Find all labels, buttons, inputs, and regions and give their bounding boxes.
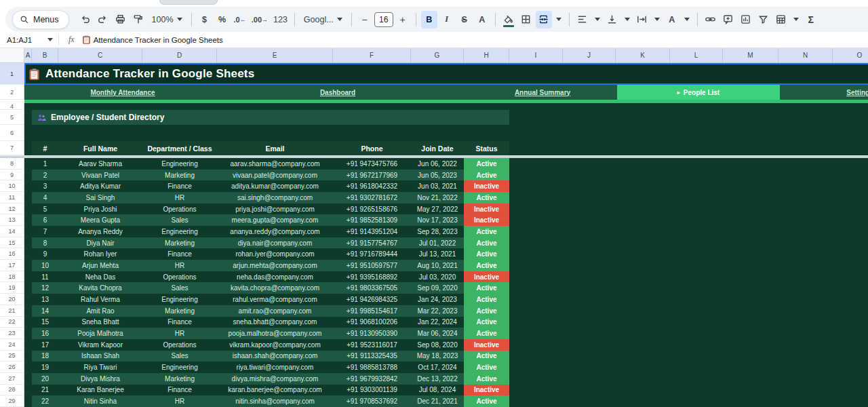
row-header-2[interactable]: 2 [0, 85, 24, 100]
table-cell[interactable]: Aug 10, 2021 [411, 260, 464, 271]
table-cell[interactable]: Divya Mishra [58, 373, 142, 385]
table-cell[interactable]: Arjun Mehta [58, 260, 142, 271]
table-cell[interactable]: Sep 08, 2020 [411, 339, 464, 351]
row-header-7[interactable]: 7 [0, 141, 24, 155]
table-cell[interactable]: aarav.sharma@company.com [217, 158, 333, 170]
merge-cells-button[interactable] [536, 11, 552, 28]
table-cell[interactable]: +91 9510597577 [333, 260, 411, 271]
column-header-J[interactable]: J [563, 48, 616, 63]
row-header-19[interactable]: 19 [0, 282, 24, 294]
column-header-L[interactable]: L [670, 48, 723, 63]
column-header-O[interactable]: O [833, 48, 868, 63]
table-cell[interactable]: 8 [32, 237, 58, 249]
table-cell[interactable]: aditya.kumar@company.com [217, 180, 333, 192]
table-cell[interactable]: rahul.verma@company.com [217, 294, 333, 305]
table-cell[interactable]: Aditya Kumar [58, 180, 142, 192]
table-cell[interactable]: kavita.chopra@company.com [217, 282, 333, 294]
status-badge[interactable]: Active [464, 226, 509, 237]
table-cell[interactable]: Riya Tiwari [58, 362, 142, 373]
table-cell[interactable]: Mar 06, 2024 [411, 328, 464, 339]
table-cell[interactable]: Marketing [142, 305, 217, 317]
column-header-H[interactable]: H [464, 48, 509, 63]
table-cell[interactable]: +91 9265158676 [333, 204, 411, 215]
table-cell[interactable]: Amit Rao [58, 305, 142, 317]
table-cell[interactable]: 22 [32, 395, 58, 407]
table-cell[interactable]: +91 9708537692 [333, 395, 411, 407]
status-badge[interactable]: Inactive [464, 385, 509, 396]
status-badge[interactable]: Active [464, 248, 509, 260]
row-header-21[interactable]: 21 [0, 305, 24, 317]
more-formats-button[interactable]: 123 [271, 11, 290, 28]
row-header-26[interactable]: 26 [0, 362, 24, 373]
table-cell[interactable]: +91 9803367505 [333, 282, 411, 294]
table-cell[interactable]: Karan Banerjee [58, 385, 142, 396]
table-header-join-date[interactable]: Join Date [411, 141, 464, 155]
table-cell[interactable]: Engineering [142, 294, 217, 305]
table-cell[interactable]: 2 [32, 170, 58, 181]
table-cell[interactable]: divya.mishra@company.com [217, 373, 333, 385]
sheet-title-cell[interactable]: Attendance Tracker in Google Sheets [24, 63, 868, 85]
row-header-4[interactable]: 4 [0, 103, 24, 110]
table-cell[interactable]: +91 9303001139 [333, 385, 411, 396]
row-header-11[interactable]: 11 [0, 192, 24, 204]
nav-tab-settings[interactable]: Settings [846, 85, 868, 100]
table-cell[interactable]: +91 9113325435 [333, 351, 411, 362]
row-header-23[interactable]: 23 [0, 328, 24, 339]
status-badge[interactable]: Active [464, 305, 509, 317]
row-header-6[interactable]: 6 [0, 125, 24, 141]
table-cell[interactable]: Pooja Malhotra [58, 328, 142, 339]
table-cell[interactable]: Marketing [142, 170, 217, 181]
table-cell[interactable]: 12 [32, 282, 58, 294]
table-cell[interactable]: Sales [142, 351, 217, 362]
status-badge[interactable]: Active [464, 351, 509, 362]
table-cell[interactable]: +91 9130950390 [333, 328, 411, 339]
table-header-email[interactable]: Email [217, 141, 333, 155]
table-cell[interactable]: Operations [142, 271, 217, 283]
table-cell[interactable]: 4 [32, 192, 58, 204]
table-cell[interactable]: +91 9426984325 [333, 294, 411, 305]
table-cell[interactable]: Neha Das [58, 271, 142, 283]
column-header-B[interactable]: B [32, 48, 58, 63]
table-cell[interactable]: +91 9523116017 [333, 339, 411, 351]
table-cell[interactable]: Engineering [142, 226, 217, 237]
status-badge[interactable]: Active [464, 237, 509, 249]
increase-decimal-button[interactable]: .00→ [250, 11, 270, 28]
table-cell[interactable]: neha.das@company.com [217, 271, 333, 283]
table-header-status[interactable]: Status [464, 141, 509, 155]
table-cell[interactable]: Sep 09, 2020 [411, 282, 464, 294]
table-cell[interactable]: Kavita Chopra [58, 282, 142, 294]
table-cell[interactable]: Priya Joshi [58, 204, 142, 215]
table-cell[interactable]: Meera Gupta [58, 214, 142, 226]
frozen-rows-divider[interactable] [0, 155, 868, 158]
horizontal-align-button[interactable] [574, 11, 591, 28]
table-cell[interactable]: 21 [32, 385, 58, 396]
table-header-department-class[interactable]: Department / Class [142, 141, 217, 155]
format-percent-button[interactable]: % [214, 11, 231, 28]
row-header-22[interactable]: 22 [0, 317, 24, 328]
row-header-10[interactable]: 10 [0, 180, 24, 192]
table-cell[interactable]: HR [142, 260, 217, 271]
table-cell[interactable]: HR [142, 192, 217, 204]
table-cell[interactable]: riya.tiwari@company.com [217, 362, 333, 373]
table-cell[interactable]: +91 9985154617 [333, 305, 411, 317]
column-header-M[interactable]: M [723, 48, 778, 63]
formula-input[interactable]: Attendance Tracker in Google Sheets [83, 35, 223, 44]
table-dropdown-icon[interactable] [793, 18, 799, 21]
column-header-I[interactable]: I [509, 48, 563, 63]
table-cell[interactable]: +91 9716789444 [333, 248, 411, 260]
row-header-15[interactable]: 15 [0, 237, 24, 249]
status-badge[interactable]: Inactive [464, 204, 509, 215]
borders-button[interactable] [518, 11, 534, 28]
table-cell[interactable]: +91 9885813788 [333, 362, 411, 373]
table-cell[interactable]: 16 [32, 328, 58, 339]
status-badge[interactable]: Inactive [464, 339, 509, 351]
table-cell[interactable]: 7 [32, 226, 58, 237]
align-dropdown-icon[interactable] [595, 18, 600, 21]
table-cell[interactable]: pooja.malhotra@company.com [217, 328, 333, 339]
increase-font-size-button[interactable]: + [395, 11, 411, 28]
column-header-E[interactable]: E [217, 48, 333, 63]
table-cell[interactable]: HR [142, 328, 217, 339]
table-cell[interactable]: 19 [32, 362, 58, 373]
table-cell[interactable]: amit.rao@company.com [217, 305, 333, 317]
table-cell[interactable]: nitin.sinha@company.com [217, 395, 333, 407]
